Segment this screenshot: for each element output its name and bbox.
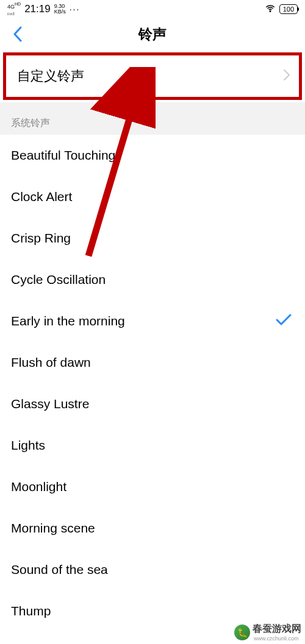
ringtone-label: Early in the morning xyxy=(11,314,125,328)
page-header: 铃声 xyxy=(0,18,305,50)
watermark-url: www.czchunli.com xyxy=(254,635,301,642)
ringtone-label: Clock Alert xyxy=(11,189,72,204)
ringtone-item[interactable]: Glassy Lustre xyxy=(0,383,305,425)
ringtone-label: Lights xyxy=(11,438,45,453)
ringtone-label: Cycle Oscillation xyxy=(11,272,106,287)
ringtone-label: Flush of dawn xyxy=(11,355,91,370)
ringtone-item[interactable]: Clock Alert xyxy=(0,176,305,218)
custom-ringtone-row[interactable]: 自定义铃声 xyxy=(3,52,302,100)
page-title: 铃声 xyxy=(0,25,305,44)
battery-indicator: 100 xyxy=(279,4,298,14)
ringtone-item[interactable]: Early in the morning xyxy=(0,300,305,342)
back-button[interactable] xyxy=(9,25,27,43)
ringtone-item[interactable]: Beautiful Touching xyxy=(0,135,305,176)
status-right: 100 xyxy=(265,3,298,16)
chevron-right-icon xyxy=(283,69,290,83)
ringtone-item[interactable]: Lights xyxy=(0,425,305,466)
svg-point-0 xyxy=(270,10,271,12)
ringtone-label: Beautiful Touching xyxy=(11,148,115,163)
ringtone-label: Morning scene xyxy=(11,521,95,536)
watermark: 🐛 春蚕游戏网 www.czchunli.com xyxy=(234,623,301,642)
ringtone-item[interactable]: Cycle Oscillation xyxy=(0,259,305,300)
more-icon: ··· xyxy=(70,4,81,14)
checkmark-icon xyxy=(276,314,292,329)
watermark-logo-icon: 🐛 xyxy=(234,625,250,640)
data-rate: 9.30KB/s xyxy=(54,4,66,15)
section-header-system: 系统铃声 xyxy=(0,111,305,135)
ringtone-item[interactable]: Sound of the sea xyxy=(0,549,305,590)
ringtone-item[interactable]: Crisp Ring xyxy=(0,218,305,259)
ringtone-item[interactable]: Morning scene xyxy=(0,508,305,549)
clock-time: 21:19 xyxy=(24,3,51,15)
signal-indicator: 4GHD ıııl xyxy=(7,2,21,17)
status-bar: 4GHD ıııl 21:19 9.30KB/s ··· 100 xyxy=(0,0,305,18)
ringtone-item[interactable]: Flush of dawn xyxy=(0,342,305,383)
ringtone-label: Glassy Lustre xyxy=(11,397,89,411)
ringtone-label: Moonlight xyxy=(11,479,66,494)
ringtone-item[interactable]: Moonlight xyxy=(0,466,305,508)
ringtone-label: Thump xyxy=(11,604,51,618)
ringtone-label: Sound of the sea xyxy=(11,562,108,577)
watermark-text: 春蚕游戏网 xyxy=(253,623,301,635)
ringtone-label: Crisp Ring xyxy=(11,231,71,246)
status-left: 4GHD ıııl 21:19 9.30KB/s ··· xyxy=(7,2,80,17)
ringtone-list: Beautiful TouchingClock AlertCrisp RingC… xyxy=(0,135,305,632)
custom-ringtone-label: 自定义铃声 xyxy=(17,67,84,85)
wifi-icon xyxy=(265,3,276,16)
